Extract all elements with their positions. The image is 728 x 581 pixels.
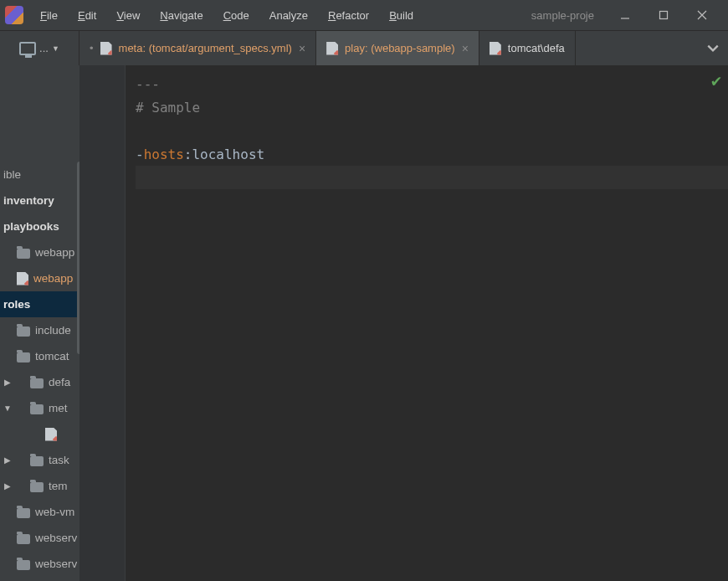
titlebar: File Edit View Navigate Code Analyze Ref…: [0, 0, 728, 30]
sidebar-item[interactable]: ible: [0, 162, 77, 188]
expand-icon[interactable]: ▶: [3, 455, 12, 465]
show-all-tabs-button[interactable]: [698, 31, 728, 65]
sidebar-item-playbooks[interactable]: playbooks: [0, 213, 77, 239]
menu-file[interactable]: File: [32, 6, 66, 25]
sidebar-bottom-label: aml: [0, 577, 77, 581]
sidebar-item-folder-collapsed[interactable]: ▶ defa: [0, 369, 77, 395]
editor-gutter[interactable]: [79, 65, 126, 581]
sidebar-item-file[interactable]: webapp: [0, 265, 77, 291]
editor-tabs: • meta: (tomcat/argument_specs.yml) × pl…: [79, 31, 698, 65]
yaml-file-icon: [100, 42, 112, 55]
collapse-icon[interactable]: ▼: [3, 404, 12, 413]
yaml-file-icon: [17, 272, 28, 285]
tab-meta[interactable]: • meta: (tomcat/argument_specs.yml) ×: [79, 31, 316, 65]
code-text: -: [136, 147, 144, 162]
menu-edit[interactable]: Edit: [69, 6, 105, 25]
code-editor[interactable]: ✔ --- # Sample - hosts: localhost: [126, 65, 728, 581]
yaml-file-icon: [326, 42, 338, 55]
project-sidebar[interactable]: ible inventory playbooks webapp webapp r…: [0, 65, 79, 581]
sidebar-item-folder[interactable]: include: [0, 317, 77, 343]
tab-play[interactable]: play: (webapp-sample) ×: [316, 31, 479, 65]
folder-icon: [17, 249, 30, 259]
menu-view[interactable]: View: [108, 6, 148, 25]
yaml-file-icon: [490, 42, 501, 55]
sidebar-item-folder-collapsed[interactable]: ▶ tem: [0, 473, 77, 499]
monitor-icon: [19, 42, 36, 55]
maximize-button[interactable]: [656, 8, 671, 23]
editor-area: ✔ --- # Sample - hosts: localhost: [79, 65, 728, 581]
menu-analyze[interactable]: Analyze: [261, 6, 316, 25]
minimize-button[interactable]: [618, 8, 633, 23]
close-tab-icon[interactable]: ×: [299, 42, 305, 55]
menu-navigate[interactable]: Navigate: [151, 6, 211, 25]
sidebar-item-file[interactable]: [0, 421, 77, 447]
code-text: ---: [136, 76, 160, 92]
dot-icon: •: [90, 42, 94, 54]
menu-refactor[interactable]: Refactor: [320, 6, 377, 25]
folder-icon: [17, 560, 30, 570]
folder-icon: [30, 456, 44, 466]
navigation-combo[interactable]: ... ▼: [0, 31, 79, 65]
chevron-down-icon: ▼: [52, 44, 59, 53]
folder-icon: [30, 404, 44, 414]
folder-icon: [17, 534, 30, 544]
svg-rect-0: [660, 12, 668, 19]
caret-line[interactable]: [136, 166, 728, 189]
tab-tomcat-defa[interactable]: tomcat\defa: [479, 31, 576, 65]
sidebar-item-folder[interactable]: web-vm: [0, 499, 77, 525]
project-title: sample-proje: [531, 9, 597, 22]
window-controls: [601, 8, 723, 23]
code-value: localhost: [192, 147, 264, 162]
expand-icon[interactable]: ▶: [3, 481, 12, 491]
sidebar-item-roles[interactable]: roles: [0, 291, 77, 317]
sidebar-item-folder[interactable]: webserv: [0, 551, 77, 577]
code-text: # Sample: [136, 100, 200, 116]
menu-build[interactable]: Build: [381, 6, 422, 25]
tab-label: meta: (tomcat/argument_specs.yml): [119, 42, 292, 54]
menu-code[interactable]: Code: [215, 6, 258, 25]
folder-icon: [17, 326, 30, 337]
sidebar-item-folder[interactable]: webserv: [0, 525, 77, 551]
nav-combo-text: ...: [39, 42, 49, 54]
app-icon: [5, 6, 23, 24]
folder-icon: [30, 482, 44, 492]
folder-icon: [30, 378, 44, 388]
close-button[interactable]: [695, 8, 710, 23]
inspection-ok-icon[interactable]: ✔: [711, 70, 721, 90]
yaml-file-icon: [45, 428, 57, 441]
main-body: ible inventory playbooks webapp webapp r…: [0, 65, 728, 581]
folder-icon: [17, 352, 30, 362]
toolbar-row: ... ▼ • meta: (tomcat/argument_specs.yml…: [0, 30, 728, 65]
sidebar-item-folder[interactable]: webapp: [0, 239, 77, 265]
close-tab-icon[interactable]: ×: [462, 42, 469, 55]
tab-label: tomcat\defa: [508, 42, 565, 54]
code-text: :: [184, 147, 192, 162]
sidebar-item-folder[interactable]: tomcat: [0, 343, 77, 369]
sidebar-item-folder-collapsed[interactable]: ▶ task: [0, 447, 77, 473]
tab-label: play: (webapp-sample): [345, 42, 455, 54]
code-key: hosts: [144, 147, 184, 162]
sidebar-item-inventory[interactable]: inventory: [0, 188, 77, 213]
expand-icon[interactable]: ▶: [3, 378, 12, 387]
folder-icon: [17, 508, 30, 518]
sidebar-item-folder-expanded[interactable]: ▼ met: [0, 395, 77, 421]
